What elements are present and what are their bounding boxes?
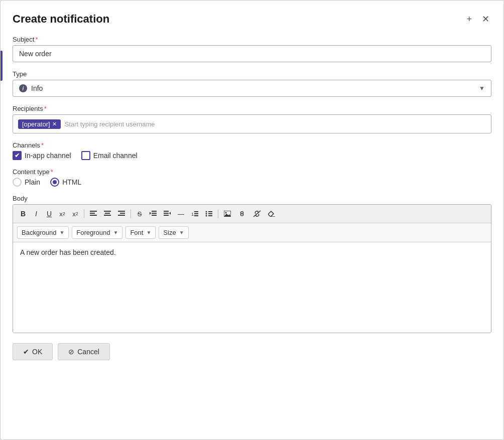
italic-btn[interactable]: I bbox=[30, 208, 42, 220]
svg-rect-3 bbox=[104, 211, 111, 212]
svg-point-22 bbox=[206, 213, 207, 215]
body-field-group: Body B I U x2 x2 S bbox=[13, 195, 491, 333]
body-label: Body bbox=[13, 195, 491, 202]
plain-radio[interactable]: Plain bbox=[13, 178, 40, 187]
indent-left-btn[interactable] bbox=[147, 208, 160, 220]
svg-rect-5 bbox=[104, 215, 111, 216]
background-label: Background bbox=[22, 229, 56, 236]
align-left-btn[interactable] bbox=[87, 208, 100, 220]
recipient-tag: [operator] ✕ bbox=[18, 119, 61, 129]
recipients-field-group: Recipients* [operator] ✕ Start typing re… bbox=[13, 105, 491, 133]
type-label: Type bbox=[13, 70, 491, 78]
unlink-btn[interactable] bbox=[250, 208, 264, 220]
superscript-btn[interactable]: x2 bbox=[69, 208, 81, 220]
svg-rect-13 bbox=[164, 211, 169, 212]
subject-input[interactable] bbox=[13, 45, 491, 62]
dialog-header: Create notification + ✕ bbox=[13, 13, 491, 26]
unordered-list-btn[interactable] bbox=[202, 208, 215, 220]
inapp-check-icon: ✔ bbox=[15, 152, 20, 159]
channels-required: * bbox=[41, 141, 44, 149]
background-chev: ▼ bbox=[59, 230, 64, 235]
svg-rect-20 bbox=[194, 215, 198, 216]
email-channel-checkbox[interactable]: Email channel bbox=[81, 151, 138, 160]
svg-line-31 bbox=[254, 211, 261, 217]
size-label: Size bbox=[163, 229, 176, 236]
plus-button[interactable]: + bbox=[464, 14, 474, 25]
svg-rect-10 bbox=[152, 213, 157, 214]
svg-marker-16 bbox=[169, 212, 171, 215]
size-dropdown[interactable]: Size ▼ bbox=[159, 226, 188, 239]
svg-marker-29 bbox=[224, 214, 231, 217]
inapp-channel-checkbox[interactable]: ✔ In-app channel bbox=[13, 151, 71, 160]
cancel-icon: ⊘ bbox=[68, 348, 74, 356]
align-center-btn[interactable] bbox=[101, 208, 114, 220]
font-label: Font bbox=[130, 229, 143, 236]
header-icons: + ✕ bbox=[464, 14, 491, 25]
footer-buttons: ✔ OK ⊘ Cancel bbox=[13, 343, 491, 360]
content-type-required: * bbox=[51, 168, 53, 176]
close-button[interactable]: ✕ bbox=[480, 14, 491, 25]
svg-rect-19 bbox=[194, 213, 198, 214]
email-checkbox-box bbox=[81, 151, 90, 160]
svg-rect-11 bbox=[152, 215, 157, 216]
recipients-input[interactable]: [operator] ✕ Start typing recipient user… bbox=[13, 114, 491, 133]
subscript-btn[interactable]: x2 bbox=[56, 208, 68, 220]
html-label: HTML bbox=[62, 178, 81, 186]
type-select[interactable]: i Info ▼ bbox=[13, 80, 491, 97]
ok-button[interactable]: ✔ OK bbox=[13, 343, 53, 360]
underline-btn[interactable]: U bbox=[43, 208, 55, 220]
tag-close-btn[interactable]: ✕ bbox=[52, 121, 57, 127]
bold-btn[interactable]: B bbox=[17, 208, 29, 220]
editor-toolbar-row2: Background ▼ Foreground ▼ Font ▼ Size ▼ bbox=[13, 223, 491, 242]
svg-point-23 bbox=[206, 215, 207, 217]
size-chev: ▼ bbox=[179, 230, 184, 235]
channels-label: Channels* bbox=[13, 141, 491, 149]
content-type-label: Content type* bbox=[13, 168, 491, 176]
align-right-btn[interactable] bbox=[115, 208, 128, 220]
svg-rect-7 bbox=[120, 213, 125, 214]
svg-rect-0 bbox=[90, 211, 97, 212]
cancel-button[interactable]: ⊘ Cancel bbox=[58, 343, 110, 360]
svg-point-21 bbox=[206, 211, 207, 213]
foreground-dropdown[interactable]: Foreground ▼ bbox=[72, 226, 122, 239]
ordered-list-btn[interactable]: 1. bbox=[188, 208, 201, 220]
recipients-required: * bbox=[44, 105, 47, 112]
toolbar-divider-2 bbox=[131, 209, 131, 218]
editor-content[interactable]: A new order has been created. bbox=[13, 242, 491, 333]
svg-rect-25 bbox=[208, 213, 212, 214]
type-field-group: Type i Info ▼ bbox=[13, 70, 491, 97]
html-radio-inner bbox=[53, 180, 57, 184]
content-type-radio-row: Plain HTML bbox=[13, 178, 491, 187]
cancel-label: Cancel bbox=[77, 348, 99, 356]
content-type-field-group: Content type* Plain HTML bbox=[13, 168, 491, 187]
svg-rect-6 bbox=[118, 211, 125, 212]
recipients-label: Recipients* bbox=[13, 105, 491, 112]
hr-btn[interactable]: — bbox=[175, 208, 187, 220]
plain-radio-outer bbox=[13, 178, 22, 187]
create-notification-dialog: Create notification + ✕ Subject* Type i … bbox=[0, 0, 504, 440]
svg-rect-18 bbox=[194, 211, 198, 212]
foreground-chev: ▼ bbox=[113, 230, 118, 235]
eraser-btn[interactable] bbox=[265, 208, 278, 220]
inapp-label: In-app channel bbox=[25, 152, 71, 160]
editor-toolbar: B I U x2 x2 S bbox=[13, 205, 491, 223]
subject-required: * bbox=[35, 36, 38, 43]
info-icon: i bbox=[19, 84, 27, 92]
font-dropdown[interactable]: Font ▼ bbox=[125, 226, 156, 239]
image-btn[interactable] bbox=[221, 208, 234, 220]
link-btn[interactable] bbox=[235, 208, 249, 220]
indent-right-btn[interactable] bbox=[161, 208, 174, 220]
background-dropdown[interactable]: Background ▼ bbox=[17, 226, 69, 239]
svg-rect-14 bbox=[164, 213, 169, 214]
svg-rect-24 bbox=[208, 211, 212, 212]
left-accent bbox=[1, 51, 3, 81]
ok-icon: ✔ bbox=[23, 348, 29, 356]
svg-rect-26 bbox=[208, 215, 212, 216]
inapp-checkbox-box: ✔ bbox=[13, 151, 22, 160]
strikethrough-btn[interactable]: S bbox=[134, 208, 146, 220]
html-radio-outer bbox=[50, 178, 59, 187]
toolbar-divider-1 bbox=[84, 209, 84, 218]
editor-container: B I U x2 x2 S bbox=[13, 204, 491, 333]
html-radio[interactable]: HTML bbox=[50, 178, 81, 187]
tag-label: [operator] bbox=[22, 120, 50, 128]
